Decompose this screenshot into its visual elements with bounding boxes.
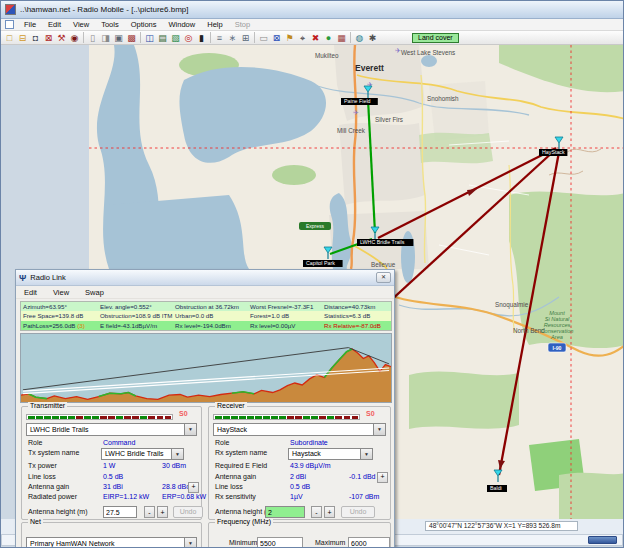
rx-system-select[interactable]: Haystack▼ xyxy=(288,448,373,460)
link-info-cell: Free Space=139.8 dB xyxy=(23,311,83,320)
elevation-grid-icon[interactable]: ≡ xyxy=(213,32,226,44)
map-city-label: Silver Firs xyxy=(375,116,403,123)
marker-icon[interactable]: ▮ xyxy=(195,32,208,44)
merge-pictures-icon[interactable]: ▤ xyxy=(156,32,169,44)
app-icon xyxy=(5,4,16,15)
toolbar-separator xyxy=(254,32,255,43)
tx-site-select[interactable]: LWHC Bridle Trails ▼ xyxy=(26,423,197,436)
receiver-group: Receiver S0 HayStack ▼ RoleSubordinateRx… xyxy=(208,406,391,520)
site-label-lwhc-bridle-trails[interactable]: LWHC Bridle Trails xyxy=(360,239,405,245)
tx-s-unit-label: S0 xyxy=(179,410,188,417)
overlay-icon[interactable]: ▦ xyxy=(335,32,348,44)
object-editor-icon[interactable]: ⚑ xyxy=(283,32,296,44)
site-label-paine-field[interactable]: Paine Field xyxy=(344,98,371,104)
tx-system-select[interactable]: LWHC Bridle Trails▼ xyxy=(101,448,184,460)
pattern-icon[interactable]: ∗ xyxy=(226,32,239,44)
land-cover-button[interactable]: Land cover xyxy=(412,33,459,43)
menu-item-file[interactable]: File xyxy=(18,19,42,30)
menu-item-view[interactable]: View xyxy=(67,19,95,30)
menu-item-stop[interactable]: Stop xyxy=(229,19,256,30)
chevron-down-icon: ▼ xyxy=(184,538,196,548)
signal-dash xyxy=(157,416,164,419)
frequency-group: Frequency (MHz) Minimum Maximum xyxy=(208,522,391,548)
signal-dash xyxy=(223,416,230,419)
rx-undo-button[interactable]: Undo xyxy=(341,506,375,518)
rx-height-down-button[interactable]: - xyxy=(311,506,322,518)
toolbar-separator xyxy=(350,32,351,43)
menu-item-options[interactable]: Options xyxy=(125,19,163,30)
tx-height-down-button[interactable]: - xyxy=(144,506,155,518)
toolbar-separator xyxy=(210,32,211,43)
tx-antenna-height-row: Antenna height (m) - + Undo xyxy=(26,506,197,519)
dialog-title-bar: Ψ Radio Link ✕ xyxy=(16,270,394,286)
globe-icon[interactable]: ◍ xyxy=(353,32,366,44)
tx-height-up-button[interactable]: + xyxy=(157,506,168,518)
tx-site-value: LWHC Bridle Trails xyxy=(30,426,89,433)
selection-icon[interactable]: ▭ xyxy=(257,32,270,44)
copy-icon[interactable]: ◫ xyxy=(143,32,156,44)
title-bar: ..\hamwan.net - Radio Mobile - [..\pictu… xyxy=(1,1,623,19)
signal-dash xyxy=(279,416,286,419)
signal-dash xyxy=(303,416,310,419)
signal-dash xyxy=(60,416,67,419)
mdi-document-icon[interactable] xyxy=(5,20,14,29)
highway-shield-label: I-90 xyxy=(553,345,562,351)
link-info-cell: Rx level=-194.0dBm xyxy=(175,321,231,330)
save-file-icon[interactable]: ◘ xyxy=(29,32,42,44)
net-select[interactable]: Primary HamWAN Network ▼ xyxy=(26,537,197,548)
dialog-menu-item-edit[interactable]: Edit xyxy=(24,288,37,297)
export-picture-icon[interactable]: ▩ xyxy=(125,32,138,44)
close-button[interactable]: ✕ xyxy=(376,272,391,283)
signal-dash xyxy=(311,416,318,419)
menu-item-help[interactable]: Help xyxy=(201,19,228,30)
frequency-min-input[interactable] xyxy=(257,537,303,548)
scrollbar-thumb[interactable] xyxy=(588,536,617,544)
menu-item-tools[interactable]: Tools xyxy=(95,19,125,30)
signal-dash xyxy=(148,416,155,419)
site-label-baldi[interactable]: Baldi xyxy=(490,485,502,491)
tx-undo-button[interactable]: Undo xyxy=(173,506,203,518)
tx-row-tx-power: Tx power1 W30 dBm xyxy=(26,461,197,471)
rx-antenna-height-input[interactable] xyxy=(265,506,305,518)
dialog-menu-item-swap[interactable]: Swap xyxy=(85,288,104,297)
tools-icon[interactable]: ⚒ xyxy=(55,32,68,44)
open-picture-icon[interactable]: ◨ xyxy=(99,32,112,44)
world-map-icon[interactable]: ● xyxy=(322,32,335,44)
map-city-label: Mill Creek xyxy=(337,127,366,134)
airport-icon: ✈ xyxy=(395,47,401,54)
gear-icon[interactable]: ✱ xyxy=(366,32,379,44)
frequency-max-input[interactable] xyxy=(348,537,390,548)
center-icon[interactable]: ⌖ xyxy=(296,32,309,44)
frequency-group-label: Frequency (MHz) xyxy=(215,518,273,525)
grid-icon[interactable]: ⊞ xyxy=(239,32,252,44)
open-file-icon[interactable]: ⊟ xyxy=(16,32,29,44)
menu-item-window[interactable]: Window xyxy=(163,19,202,30)
signal-dash xyxy=(140,416,147,419)
rx-site-select[interactable]: HayStack ▼ xyxy=(213,423,386,436)
map-properties-icon[interactable]: ⊠ xyxy=(42,32,55,44)
delete-icon[interactable]: ✖ xyxy=(309,32,322,44)
photo-icon[interactable]: ▧ xyxy=(169,32,182,44)
rx-row-rx-system-name: Rx system nameHaystack▼ xyxy=(213,448,386,461)
chevron-down-icon: ▼ xyxy=(360,449,372,459)
site-label-haystack[interactable]: HayStack xyxy=(542,149,565,155)
target-icon[interactable]: ◎ xyxy=(182,32,195,44)
new-file-icon[interactable]: □ xyxy=(3,32,16,44)
param-value-2: 30 dBm xyxy=(162,461,186,471)
world-icon[interactable]: ◉ xyxy=(68,32,81,44)
rx-height-up-button[interactable]: + xyxy=(324,506,335,518)
combine-icon[interactable]: ⊠ xyxy=(270,32,283,44)
map-city-label: Bellevue xyxy=(371,261,396,268)
signal-dash xyxy=(108,416,115,419)
site-label-capitol-park[interactable]: Capitol Park xyxy=(306,260,335,266)
tx-antenna-height-input[interactable] xyxy=(103,506,137,518)
save-picture-icon[interactable]: ▣ xyxy=(112,32,125,44)
new-picture-icon[interactable]: ▯ xyxy=(86,32,99,44)
menu-bar: FileEditViewToolsOptionsWindowHelpStop xyxy=(1,19,623,31)
signal-dash xyxy=(44,416,51,419)
menu-item-edit[interactable]: Edit xyxy=(42,19,67,30)
param-value-2: -107 dBm xyxy=(349,492,379,502)
dialog-menu-item-view[interactable]: View xyxy=(53,288,69,297)
link-info-grid: Azimuth=63.95°Elev. angle=0.552°Obstruct… xyxy=(20,301,392,331)
dialog-title: Radio Link xyxy=(30,273,65,282)
